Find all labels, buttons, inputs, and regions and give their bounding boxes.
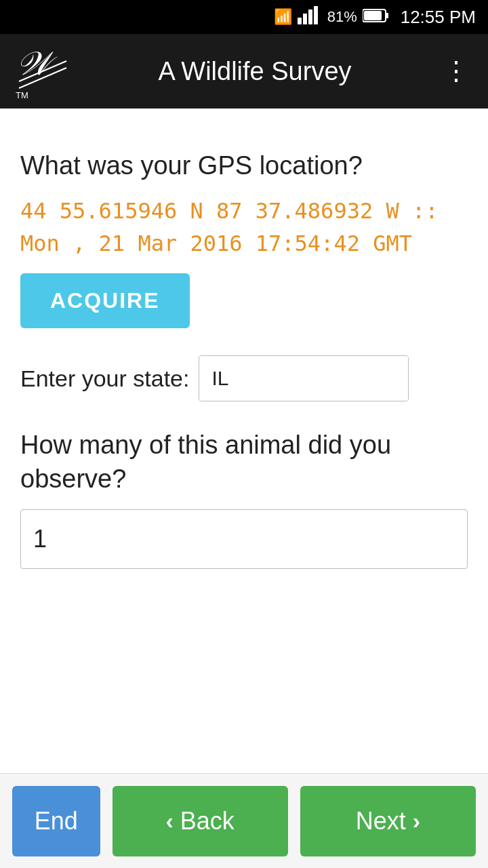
signal-icon xyxy=(298,5,322,28)
status-bar: 📶 81% 12:55 PM xyxy=(0,0,488,34)
svg-rect-6 xyxy=(364,11,382,20)
acquire-button[interactable]: ACQUIRE xyxy=(20,273,190,328)
svg-rect-2 xyxy=(308,9,312,24)
back-button[interactable]: ‹ Back xyxy=(113,786,288,856)
state-row: Enter your state: ··· xyxy=(20,355,468,401)
main-content: What was your GPS location? 44 55.615946… xyxy=(0,108,488,773)
app-logo: 𝒲 TM xyxy=(12,41,73,102)
next-button[interactable]: Next › xyxy=(300,786,476,856)
status-time: 12:55 PM xyxy=(401,7,476,28)
end-button[interactable]: End xyxy=(12,786,100,856)
status-icons: 📶 81% 12:55 PM xyxy=(274,5,476,28)
battery-percent: 81% xyxy=(327,8,357,26)
more-menu-icon[interactable]: ⋮ xyxy=(436,50,476,93)
animal-count-input[interactable] xyxy=(20,509,468,569)
state-input[interactable] xyxy=(199,356,409,401)
svg-rect-1 xyxy=(303,14,307,24)
state-label: Enter your state: xyxy=(20,366,189,392)
gps-line1: 44 55.615946 N 87 37.486932 W :: xyxy=(20,198,439,224)
svg-rect-0 xyxy=(298,18,302,24)
back-label: Back xyxy=(180,807,235,835)
next-chevron-icon: › xyxy=(413,808,420,834)
battery-icon xyxy=(363,8,388,26)
app-title: A Wildlife Survey xyxy=(85,57,424,86)
svg-rect-3 xyxy=(314,6,318,24)
gps-question-label: What was your GPS location? xyxy=(20,149,468,182)
svg-text:TM: TM xyxy=(16,90,28,100)
back-chevron-icon: ‹ xyxy=(166,808,174,834)
bottom-bar: End ‹ Back Next › xyxy=(0,773,488,868)
svg-rect-5 xyxy=(386,13,388,18)
state-input-wrapper: ··· xyxy=(199,355,409,401)
next-label: Next xyxy=(356,807,406,835)
gps-line2: Mon , 21 Mar 2016 17:54:42 GMT xyxy=(20,231,412,256)
animal-question-label: How many of this animal did you observe? xyxy=(20,429,468,496)
wifi-icon: 📶 xyxy=(274,8,292,26)
app-bar: 𝒲 TM A Wildlife Survey ⋮ xyxy=(0,34,488,108)
gps-value: 44 55.615946 N 87 37.486932 W :: Mon , 2… xyxy=(20,195,468,260)
